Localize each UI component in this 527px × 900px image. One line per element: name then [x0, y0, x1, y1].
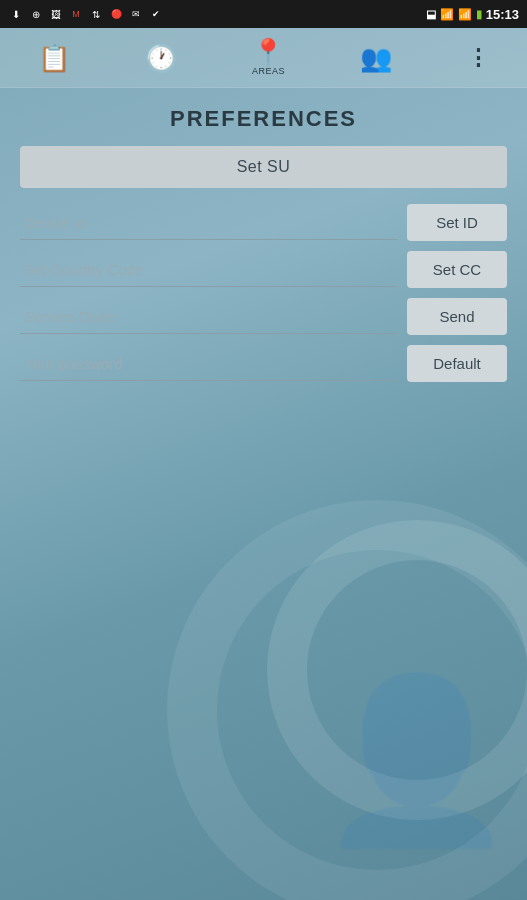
signal-icon: 📶 [458, 8, 472, 21]
sync-icon: ⊕ [28, 7, 44, 21]
bg-circle-inner [167, 500, 527, 900]
status-bar-icons: ⬇ ⊕ 🖼 M ⇅ 🔴 ✉ ✔ [8, 7, 164, 21]
app-icon2: ✉ [128, 7, 144, 21]
status-bar: ⬇ ⊕ 🖼 M ⇅ 🔴 ✉ ✔ ⬓ 📶 📶 ▮ 15:13 [0, 0, 527, 28]
status-bar-right: ⬓ 📶 📶 ▮ 15:13 [426, 7, 519, 22]
set-su-button[interactable]: Set SU [20, 146, 507, 188]
people-icon: 👥 [360, 45, 392, 71]
nav-clipboard[interactable]: 📋 [30, 41, 78, 75]
app-icon1: 🔴 [108, 7, 124, 21]
time-display: 15:13 [486, 7, 519, 22]
device-id-row: Set ID [20, 204, 507, 241]
more-icon: ⋮ [467, 47, 489, 69]
page-title: PREFERENCES [20, 88, 507, 146]
clock-icon: 🕐 [145, 45, 177, 71]
set-id-button[interactable]: Set ID [407, 204, 507, 241]
transfer-icon: ⇅ [88, 7, 104, 21]
arrow-down-icon: ⬇ [8, 7, 24, 21]
nav-areas[interactable]: 📍 AREAS [244, 35, 293, 80]
nav-people[interactable]: 👥 [352, 41, 400, 75]
areas-label: AREAS [252, 66, 285, 76]
wifi-icon: 📶 [440, 8, 454, 21]
password-row: Default [20, 345, 507, 382]
bluetooth-icon: ⬓ [426, 8, 436, 21]
content-area: PREFERENCES Set SU Set ID Set CC Send De… [0, 88, 527, 382]
nav-bar: 📋 🕐 📍 AREAS 👥 ⋮ [0, 28, 527, 88]
password-input[interactable] [20, 347, 397, 381]
gmail-icon: M [68, 7, 84, 21]
clipboard-icon: 📋 [38, 45, 70, 71]
nav-history[interactable]: 🕐 [137, 41, 185, 75]
battery-icon: ▮ [476, 8, 482, 21]
location-icon: 📍 [252, 39, 284, 65]
set-cc-button[interactable]: Set CC [407, 251, 507, 288]
send-button[interactable]: Send [407, 298, 507, 335]
service-code-row: Send [20, 298, 507, 335]
nav-more[interactable]: ⋮ [459, 43, 497, 73]
device-id-input[interactable] [20, 206, 397, 240]
country-code-input[interactable] [20, 253, 397, 287]
app-icon3: ✔ [148, 7, 164, 21]
default-button[interactable]: Default [407, 345, 507, 382]
country-code-row: Set CC [20, 251, 507, 288]
service-code-input[interactable] [20, 300, 397, 334]
photo-icon: 🖼 [48, 7, 64, 21]
